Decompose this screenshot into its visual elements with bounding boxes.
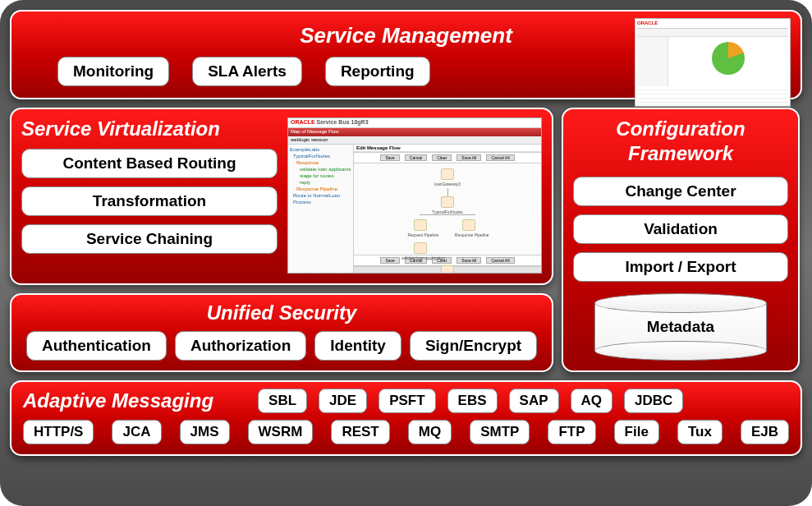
chip-authorization: Authorization — [175, 331, 306, 361]
chip-jca: JCA — [112, 420, 161, 444]
metadata-cylinder: Metadata — [594, 293, 767, 361]
chip-file: File — [614, 420, 659, 444]
chip-transformation: Transformation — [21, 186, 278, 216]
chip-https: HTTP/S — [23, 420, 94, 444]
unified-security-panel: Unified Security Authentication Authoriz… — [10, 293, 553, 372]
thumb-button-row-bottom: Save Cancel Clear Save All Cancel All — [354, 255, 541, 266]
chip-sla-alerts: SLA Alerts — [192, 57, 302, 86]
configuration-framework-panel: Configuration Framework Change Center Va… — [562, 108, 800, 372]
chip-import-export: Import / Export — [573, 252, 788, 282]
chip-mq: MQ — [408, 420, 452, 444]
chip-ebs: EBS — [447, 389, 498, 413]
thumb-bar1: Map of Message Flow — [291, 129, 339, 134]
service-virtualization-title: Service Virtualization — [21, 117, 278, 140]
thumb-button-row-top: Save Cancel Clear Save All Cancel All — [354, 152, 541, 163]
adaptive-messaging-panel: Adaptive Messaging SBL JDE PSFT EBS SAP … — [10, 380, 802, 456]
unified-security-title: Unified Security — [21, 301, 542, 324]
architecture-diagram: Service Management Monitoring SLA Alerts… — [0, 0, 812, 506]
configuration-framework-title2: Framework — [573, 142, 788, 165]
dashboard-thumbnail: ORACLE — [635, 18, 791, 107]
chip-monitoring: Monitoring — [57, 57, 169, 86]
thumb-canvas: loanGateway3 TypicalForNodes Request Pip… — [354, 163, 541, 255]
thumb-brand: ORACLE — [637, 21, 658, 25]
chip-sbl: SBL — [258, 389, 307, 413]
chip-content-based-routing: Content Based Routing — [21, 149, 278, 178]
chip-tux: Tux — [677, 420, 723, 444]
service-virtualization-panel: Service Virtualization Content Based Rou… — [10, 108, 553, 285]
thumb-brand2: ORACLE — [291, 119, 315, 125]
thumb-product: Service Bus 10gR3 — [317, 119, 369, 125]
chip-validation: Validation — [573, 214, 788, 244]
chip-sap: SAP — [509, 389, 559, 413]
thumb-bar2: weblogic session — [291, 137, 328, 142]
chip-service-chaining: Service Chaining — [21, 224, 278, 254]
thumb-tree: ExampleLabs TypicalForNodes Response val… — [288, 145, 354, 273]
chip-aq: AQ — [571, 389, 613, 413]
chip-rest: REST — [331, 420, 389, 444]
chip-sign-encrypt: Sign/Encrypt — [410, 331, 537, 361]
chip-wsrm: WSRM — [248, 420, 314, 444]
chip-jde: JDE — [319, 389, 367, 413]
chip-authentication: Authentication — [26, 331, 167, 361]
thumb-subheader: Edit Message Flow — [354, 145, 541, 152]
chip-jdbc: JDBC — [624, 389, 683, 413]
adaptive-messaging-title: Adaptive Messaging — [23, 389, 213, 412]
chip-change-center: Change Center — [573, 177, 788, 206]
chip-jms: JMS — [180, 420, 230, 444]
chip-ejb: EJB — [741, 420, 789, 444]
chip-identity: Identity — [314, 331, 401, 361]
pie-chart-icon — [712, 42, 745, 75]
chip-reporting: Reporting — [325, 57, 430, 86]
service-management-panel: Service Management Monitoring SLA Alerts… — [10, 10, 802, 99]
chip-smtp: SMTP — [470, 420, 530, 444]
chip-ftp: FTP — [548, 420, 595, 444]
metadata-label: Metadata — [647, 318, 714, 336]
configuration-framework-title1: Configuration — [573, 117, 788, 140]
chip-psft: PSFT — [378, 389, 435, 413]
message-flow-thumbnail: ORACLE Service Bus 10gR3 Map of Message … — [287, 117, 542, 274]
